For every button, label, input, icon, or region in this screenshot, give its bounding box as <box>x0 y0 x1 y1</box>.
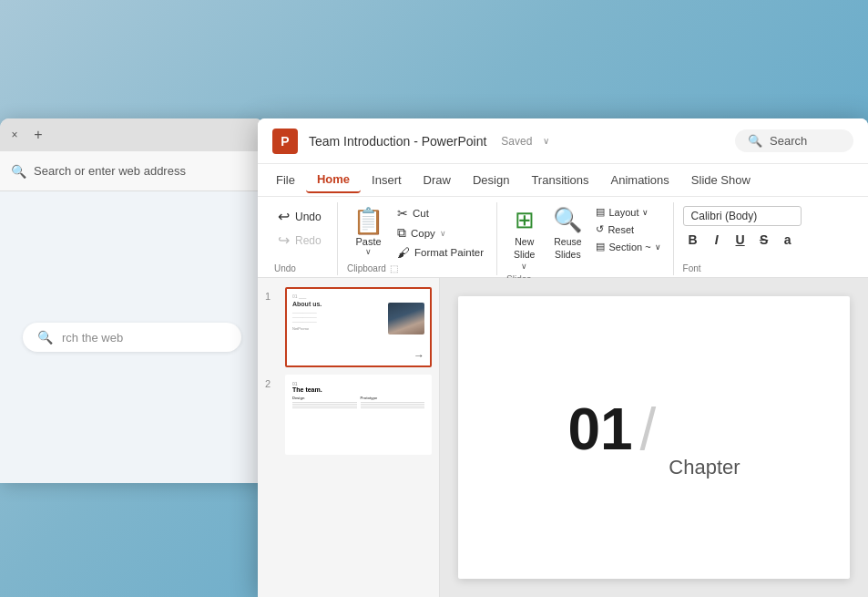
tab-insert[interactable]: Insert <box>361 168 413 192</box>
font-selector[interactable]: Calibri (Body) <box>683 206 802 226</box>
slide1-chair-image <box>388 303 424 335</box>
browser-tab-close[interactable]: × <box>7 128 22 142</box>
browser-window: × + 🔍 Search or enter web address 🔍 rch … <box>0 118 264 483</box>
browser-tabs-bar: × + <box>0 118 264 151</box>
slides-panel: 1 01 ___ About us. _____________________… <box>258 278 440 597</box>
font-group-label: Font <box>683 263 802 275</box>
paste-icon: 📋 <box>352 206 384 236</box>
copy-chevron: ∨ <box>440 229 446 238</box>
tab-animations[interactable]: Animations <box>600 168 680 192</box>
section-button[interactable]: ▤ Section ~ ∨ <box>593 239 663 254</box>
copy-icon: ⧉ <box>397 225 406 241</box>
section-label: Section ~ <box>608 242 650 252</box>
bold-button[interactable]: B <box>683 230 703 250</box>
slide2-cols: Design Prototype <box>292 396 424 409</box>
slide2-col1-title: Design <box>292 396 357 400</box>
clipboard-group-label: Paste Clipboard ⬚ <box>347 263 487 275</box>
slide2-col2-title: Prototype <box>361 396 425 400</box>
tab-file[interactable]: File <box>265 168 306 192</box>
redo-label: Redo <box>295 234 322 247</box>
clipboard-buttons: 📋 Paste ∨ ✂ Cut ⧉ Copy ∨ <box>347 202 487 263</box>
slide2-col1-line4 <box>292 407 357 408</box>
browser-content: 🔍 rch the web <box>0 191 264 483</box>
slide-number-2: 2 <box>265 375 278 389</box>
search-icon: 🔍 <box>748 134 762 148</box>
browser-content-search-icon: 🔍 <box>37 330 53 345</box>
font-more-button[interactable]: a <box>778 230 798 250</box>
tab-draw[interactable]: Draw <box>413 168 462 192</box>
search-box[interactable]: 🔍 Search <box>735 129 853 152</box>
slide-chapter-area: 01 / Chapter <box>567 396 740 479</box>
reuse-slides-button[interactable]: 🔍 Reuse Slides <box>546 202 589 263</box>
reset-button[interactable]: ↺ Reset <box>593 221 663 237</box>
slide2-col1-line1 <box>292 402 357 403</box>
slide-divider: / <box>640 396 657 463</box>
format-painter-icon: 🖌 <box>397 245 410 260</box>
reuse-slides-label: Reuse <box>554 236 581 247</box>
reset-icon: ↺ <box>596 223 604 235</box>
redo-button[interactable]: ↪ Redo <box>274 230 325 251</box>
copy-label: Copy <box>411 228 435 239</box>
new-slide-chevron: ∨ <box>521 262 527 271</box>
clipboard-right: ✂ Cut ⧉ Copy ∨ 🖌 Format Painter <box>393 202 487 262</box>
browser-search-icon: 🔍 <box>11 164 26 179</box>
underline-button[interactable]: U <box>730 230 751 250</box>
slide-number-1: 1 <box>265 287 278 302</box>
slide2-col1-line3 <box>292 406 357 407</box>
tab-home[interactable]: Home <box>306 167 361 193</box>
browser-new-tab[interactable]: + <box>27 124 49 146</box>
reset-label: Reset <box>608 224 634 235</box>
section-icon: ▤ <box>596 241 605 252</box>
paste-label: Paste <box>355 236 381 247</box>
tab-transitions[interactable]: Transitions <box>520 168 599 192</box>
redo-icon: ↪ <box>278 232 290 249</box>
reuse-slides-label2: Slides <box>555 249 581 260</box>
format-painter-label: Format Painter <box>414 247 484 258</box>
slide2-col2-line3 <box>361 406 425 407</box>
chapter-text-block: Chapter <box>669 437 740 479</box>
slide2-title: The team. <box>292 386 424 393</box>
cut-button[interactable]: ✂ Cut <box>393 204 487 222</box>
new-slide-button[interactable]: ⊞ New Slide ∨ <box>506 202 542 274</box>
format-painter-button[interactable]: 🖌 Format Painter <box>393 243 487 262</box>
ribbon-group-clipboard: 📋 Paste ∨ ✂ Cut ⧉ Copy ∨ <box>338 202 497 275</box>
new-slide-icon: ⊞ <box>515 206 535 234</box>
clipboard-expand[interactable]: ⬚ <box>390 263 398 273</box>
paste-button[interactable]: 📋 Paste ∨ <box>347 202 390 260</box>
main-area: 1 01 ___ About us. _____________________… <box>258 278 868 597</box>
paste-chevron: ∨ <box>365 247 372 256</box>
layout-button[interactable]: ▤ Layout ∨ <box>593 204 663 220</box>
ribbon-group-font: Calibri (Body) B I U S a Font <box>674 202 811 275</box>
font-controls: Calibri (Body) B I U S a <box>683 202 802 253</box>
saved-chevron: ∨ <box>543 136 549 146</box>
slides-buttons: ⊞ New Slide ∨ 🔍 Reuse Slides ▤ <box>506 202 664 274</box>
search-box-label: Search <box>770 134 807 148</box>
slide1-arrow: → <box>414 349 424 362</box>
italic-button[interactable]: I <box>707 230 727 250</box>
saved-badge: Saved <box>501 135 532 148</box>
slide-thumb-2[interactable]: 2 01 The team. Design <box>265 375 432 455</box>
ribbon-group-slides: ⊞ New Slide ∨ 🔍 Reuse Slides ▤ <box>497 202 674 275</box>
strikethrough-button[interactable]: S <box>754 230 774 250</box>
slide1-id: 01 ___ <box>292 293 424 299</box>
copy-button[interactable]: ⧉ Copy ∨ <box>393 223 487 242</box>
undo-group-label: Undo <box>274 263 328 275</box>
undo-buttons: ↩ Undo ↪ Redo <box>274 202 325 263</box>
ribbon: File Home Insert Draw Design Transitions… <box>258 164 868 278</box>
font-label-text: Font <box>683 263 701 273</box>
slide2-col1: Design <box>292 396 357 409</box>
slide-thumb-1[interactable]: 1 01 ___ About us. _____________________… <box>265 287 432 367</box>
tab-design[interactable]: Design <box>462 168 520 192</box>
title-bar: P Team Introduction - PowerPoint Saved ∨… <box>258 118 868 164</box>
chapter-spacer <box>669 437 740 452</box>
tab-slideshow[interactable]: Slide Show <box>680 168 761 192</box>
powerpoint-window: P Team Introduction - PowerPoint Saved ∨… <box>258 118 868 597</box>
undo-button[interactable]: ↩ Undo <box>274 206 325 227</box>
slide2-col2-line1 <box>361 402 425 403</box>
layout-label: Layout <box>608 207 638 218</box>
search-web-text: rch the web <box>62 331 123 345</box>
slide2-col1-line2 <box>292 404 357 405</box>
browser-address-bar[interactable]: 🔍 Search or enter web address <box>0 151 264 191</box>
slide2-col2-line4 <box>361 407 425 408</box>
reuse-slides-icon: 🔍 <box>553 206 582 234</box>
